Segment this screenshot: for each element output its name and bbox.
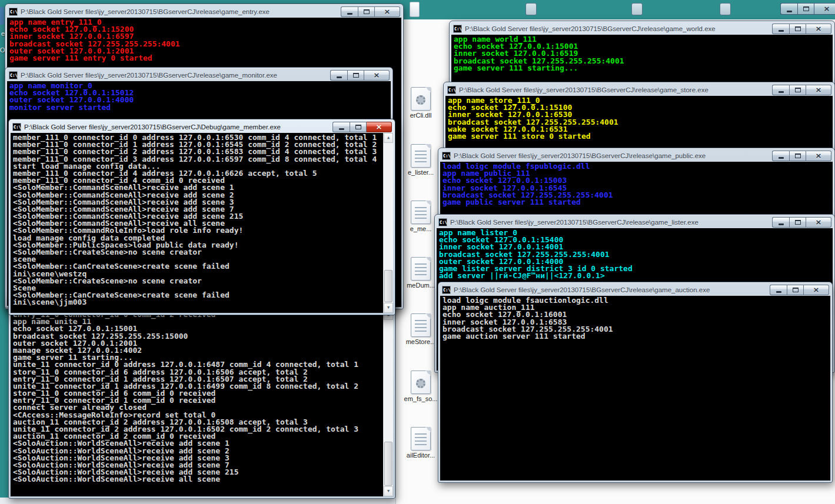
- window-game-auction: C:\ P:\Black Gold Server files\jy_server…: [438, 282, 833, 483]
- window-controls: ×: [341, 6, 400, 17]
- minimize-button[interactable]: [772, 85, 789, 95]
- close-icon: ×: [816, 86, 822, 94]
- console-output[interactable]: load loigc module fsauctionlogic.dllapp …: [440, 296, 830, 480]
- maximize-button[interactable]: [350, 122, 367, 132]
- maximize-icon: [355, 125, 361, 129]
- scroll-up-arrow[interactable]: ▲: [384, 133, 393, 143]
- minimize-button[interactable]: [772, 24, 789, 34]
- close-button[interactable]: ×: [804, 285, 829, 295]
- window-title: P:\Black Gold Server files\jy_server2013…: [24, 124, 330, 131]
- vertical-scrollbar[interactable]: ▲ ▼: [383, 133, 393, 313]
- close-button[interactable]: ×: [367, 122, 392, 132]
- window-controls: ×: [332, 122, 392, 132]
- maximize-button[interactable]: [789, 24, 806, 34]
- file-icon: [411, 313, 431, 337]
- close-button[interactable]: ×: [375, 6, 400, 17]
- close-button[interactable]: ×: [806, 217, 831, 228]
- background-window-controls: ×: [780, 3, 835, 15]
- maximize-button[interactable]: [789, 85, 806, 95]
- window-controls: ×: [772, 85, 831, 95]
- desktop: e Or × erCli.dll e_lister... e_me... meD…: [0, 0, 835, 504]
- document-lines-icon: [415, 263, 427, 276]
- titlebar[interactable]: C:\ P:\Black Gold Server files\jy_server…: [7, 5, 401, 18]
- minimize-icon: [776, 291, 781, 293]
- console-line: game server 111 entry 0 started: [9, 55, 400, 62]
- scroll-down-arrow[interactable]: ▼: [384, 486, 393, 496]
- close-icon: ×: [816, 25, 822, 32]
- document-lines-icon: [415, 151, 427, 163]
- close-button[interactable]: ×: [806, 85, 831, 95]
- close-button[interactable]: ×: [806, 24, 831, 34]
- titlebar[interactable]: C:\ P:\Black Gold Server files\jy_server…: [440, 149, 833, 162]
- console-line: game public server 111 started: [443, 199, 831, 206]
- close-icon: ×: [376, 123, 382, 131]
- scroll-thumb[interactable]: [384, 442, 392, 486]
- window-controls: ×: [770, 285, 829, 295]
- maximize-button[interactable]: [789, 151, 806, 161]
- window-controls: ×: [330, 70, 390, 81]
- minimize-button[interactable]: [772, 217, 789, 228]
- console-output[interactable]: ▲ ▼ entry_11_0 connector_id 0 comm_id 2 …: [11, 310, 393, 496]
- background-close-button[interactable]: ×: [814, 3, 835, 15]
- minimize-button[interactable]: [332, 122, 350, 132]
- console-window-icon: C:\: [12, 123, 21, 131]
- background-window-fragment: [631, 3, 643, 15]
- console-window-icon: C:\: [9, 71, 18, 79]
- window-controls: ×: [772, 24, 831, 34]
- console-line: monitor server started: [9, 104, 390, 111]
- window-game-unite: C:\ × ▲ ▼ entry_11_0 connector_id 0 comm…: [8, 296, 395, 499]
- titlebar[interactable]: C:\ P:\Black Gold Server files\jy_server…: [440, 283, 830, 296]
- document-lines-icon: [415, 320, 427, 333]
- titlebar[interactable]: C:\ P:\Black Gold Server files\jy_server…: [11, 121, 393, 133]
- gear-icon: [416, 95, 425, 105]
- minimize-icon: [339, 128, 344, 130]
- scroll-down-arrow[interactable]: ▼: [384, 303, 393, 313]
- console-line: <SoloMember::CreateScene>no scene creato…: [13, 249, 381, 256]
- desktop-icon[interactable]: [410, 2, 420, 17]
- window-controls: ×: [772, 217, 831, 228]
- console-window-icon: C:\: [438, 218, 447, 226]
- minimize-button[interactable]: [772, 151, 789, 161]
- maximize-icon: [364, 9, 370, 14]
- desktop-icon-fragment[interactable]: [0, 7, 4, 25]
- maximize-button[interactable]: [789, 217, 806, 228]
- titlebar[interactable]: C:\ P:\Black Gold Server files\jy_server…: [7, 69, 391, 81]
- window-controls: ×: [772, 151, 831, 161]
- maximize-icon: [795, 220, 801, 225]
- minimize-icon: [347, 13, 352, 15]
- console-output[interactable]: ▲ ▼ member_111_0 connector_id 0 address …: [11, 133, 393, 313]
- background-minimize-button[interactable]: [780, 3, 797, 15]
- console-window-icon: C:\: [442, 152, 451, 160]
- maximize-icon: [353, 73, 359, 78]
- console-line: game server 111 starting...: [454, 65, 831, 72]
- vertical-scrollbar[interactable]: ▲ ▼: [383, 310, 393, 496]
- close-button[interactable]: ×: [364, 70, 390, 81]
- scroll-thumb[interactable]: [384, 270, 392, 302]
- close-icon: ×: [816, 152, 822, 159]
- maximize-button[interactable]: [358, 6, 375, 17]
- titlebar[interactable]: C:\ P:\Black Gold Server files\jy_server…: [451, 22, 833, 35]
- console-window-icon: C:\: [442, 286, 451, 294]
- minimize-button[interactable]: [341, 6, 358, 17]
- maximize-icon: [795, 26, 801, 31]
- maximize-button[interactable]: [787, 285, 804, 295]
- background-maximize-button[interactable]: [797, 3, 814, 15]
- close-button[interactable]: ×: [806, 151, 831, 161]
- maximize-button[interactable]: [347, 70, 364, 81]
- document-lines-icon: [415, 207, 427, 220]
- titlebar[interactable]: C:\ P:\Black Gold Server files\jy_server…: [437, 216, 833, 228]
- titlebar[interactable]: C:\ P:\Black Gold Server files\jy_server…: [445, 84, 833, 96]
- document-lines-icon: [415, 433, 427, 446]
- file-icon: [411, 144, 431, 168]
- gear-icon: [416, 379, 425, 388]
- window-game-member: C:\ P:\Black Gold Server files\jy_server…: [8, 119, 395, 315]
- console-line: <SoloMember::CreateScene>no scene creato…: [13, 278, 381, 285]
- file-icon: [411, 257, 431, 281]
- minimize-button[interactable]: [770, 285, 787, 295]
- maximize-icon: [795, 88, 801, 92]
- window-title: P:\Black Gold Server files\jy_server2013…: [450, 219, 769, 226]
- minimize-icon: [779, 91, 784, 93]
- minimize-button[interactable]: [330, 70, 347, 81]
- dll-file-icon: [411, 371, 431, 394]
- console-window-icon: C:\: [447, 86, 456, 94]
